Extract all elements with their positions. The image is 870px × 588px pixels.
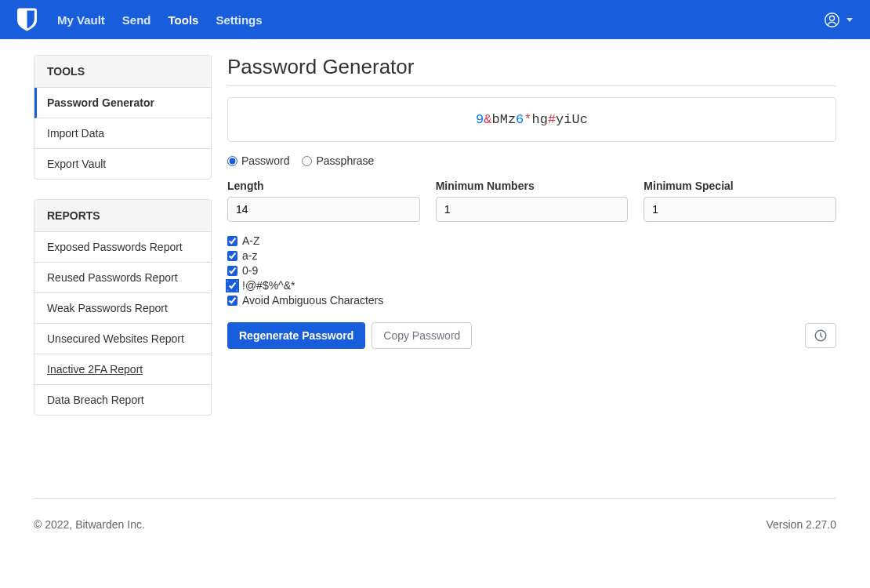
footer-copyright: © 2022, Bitwarden Inc. xyxy=(34,518,145,531)
footer-version: Version 2.27.0 xyxy=(766,518,836,531)
min-special-label: Minimum Special xyxy=(643,180,836,192)
password-type-radio[interactable]: Password xyxy=(227,154,289,167)
password-char: # xyxy=(548,112,556,127)
password-char: h xyxy=(532,112,540,127)
passphrase-radio-label: Passphrase xyxy=(316,154,374,167)
check-ambiguous-label: Avoid Ambiguous Characters xyxy=(242,294,383,307)
sidebar-item-unsecured-websites-report[interactable]: Unsecured Websites Report xyxy=(34,324,211,354)
sidebar-reports-group: REPORTS Exposed Passwords ReportReused P… xyxy=(34,199,212,416)
sidebar-tools-group: TOOLS Password GeneratorImport DataExpor… xyxy=(34,55,212,180)
length-label: Length xyxy=(227,180,420,192)
nav-link-settings[interactable]: Settings xyxy=(216,13,262,27)
generated-password-display: 9&bMz6*hg#yiUc xyxy=(227,97,836,142)
sidebar-item-reused-passwords-report[interactable]: Reused Passwords Report xyxy=(34,263,211,293)
check-special-label: !@#$%^&* xyxy=(242,279,295,292)
navbar: My VaultSendToolsSettings xyxy=(0,0,870,39)
length-field: Length xyxy=(227,180,420,222)
buttons-row: Regenerate Password Copy Password xyxy=(227,322,836,349)
page-title: Password Generator xyxy=(227,55,836,86)
check-lower-label: a-z xyxy=(242,249,257,262)
sidebar-item-inactive-2fa-report[interactable]: Inactive 2FA Report xyxy=(34,354,211,385)
check-upper-input[interactable] xyxy=(227,236,237,246)
check-upper-label: A-Z xyxy=(242,234,260,247)
password-char: & xyxy=(484,112,491,127)
password-char: c xyxy=(580,112,588,127)
password-radio-input[interactable] xyxy=(227,156,237,166)
container: TOOLS Password GeneratorImport DataExpor… xyxy=(0,39,870,451)
user-circle-icon xyxy=(824,12,840,28)
sidebar: TOOLS Password GeneratorImport DataExpor… xyxy=(34,55,212,435)
length-input[interactable] xyxy=(227,197,420,222)
bitwarden-logo-icon[interactable] xyxy=(17,8,37,31)
password-char: * xyxy=(524,112,531,127)
check-lower[interactable]: a-z xyxy=(227,249,836,262)
sidebar-item-password-generator[interactable]: Password Generator xyxy=(34,88,211,118)
password-char: 9 xyxy=(476,112,484,127)
passphrase-radio-input[interactable] xyxy=(302,156,312,166)
password-char: U xyxy=(572,112,580,127)
sidebar-item-exposed-passwords-report[interactable]: Exposed Passwords Report xyxy=(34,232,211,263)
min-numbers-label: Minimum Numbers xyxy=(436,180,629,192)
sidebar-item-data-breach-report[interactable]: Data Breach Report xyxy=(34,385,211,415)
copy-password-button[interactable]: Copy Password xyxy=(372,322,472,349)
password-char: M xyxy=(500,112,508,127)
password-char: g xyxy=(540,112,548,127)
sidebar-item-export-vault[interactable]: Export Vault xyxy=(34,149,211,179)
check-ambiguous[interactable]: Avoid Ambiguous Characters xyxy=(227,294,836,307)
min-special-input[interactable] xyxy=(643,197,836,222)
check-numbers-label: 0-9 xyxy=(242,264,258,277)
chevron-down-icon xyxy=(846,18,853,22)
password-char: i xyxy=(564,112,571,127)
check-numbers[interactable]: 0-9 xyxy=(227,264,836,277)
sidebar-tools-header: TOOLS xyxy=(34,56,211,88)
min-special-field: Minimum Special xyxy=(643,180,836,222)
check-lower-input[interactable] xyxy=(227,251,237,261)
password-char: y xyxy=(556,112,564,127)
password-char: 6 xyxy=(516,112,524,127)
nav-link-send[interactable]: Send xyxy=(122,13,151,27)
check-special-input[interactable] xyxy=(227,281,237,291)
footer: © 2022, Bitwarden Inc. Version 2.27.0 xyxy=(34,498,836,550)
type-radio-group: Password Passphrase xyxy=(227,154,836,167)
password-radio-label: Password xyxy=(241,154,289,167)
nav-links: My VaultSendToolsSettings xyxy=(57,13,263,27)
navbar-left: My VaultSendToolsSettings xyxy=(17,8,263,31)
fields-row: Length Minimum Numbers Minimum Special xyxy=(227,180,836,222)
min-numbers-field: Minimum Numbers xyxy=(436,180,629,222)
sidebar-item-weak-passwords-report[interactable]: Weak Passwords Report xyxy=(34,293,211,324)
sidebar-reports-header: REPORTS xyxy=(34,200,211,232)
min-numbers-input[interactable] xyxy=(436,197,629,222)
nav-link-tools[interactable]: Tools xyxy=(169,13,199,27)
clock-icon xyxy=(814,328,828,343)
check-ambiguous-input[interactable] xyxy=(227,296,237,306)
options-checklist: A-Za-z0-9!@#$%^&*Avoid Ambiguous Charact… xyxy=(227,234,836,307)
regenerate-button[interactable]: Regenerate Password xyxy=(227,322,365,349)
passphrase-type-radio[interactable]: Passphrase xyxy=(302,154,374,167)
check-upper[interactable]: A-Z xyxy=(227,234,836,247)
password-char: z xyxy=(508,112,516,127)
sidebar-item-import-data[interactable]: Import Data xyxy=(34,118,211,149)
nav-link-my-vault[interactable]: My Vault xyxy=(57,13,105,27)
history-button[interactable] xyxy=(805,323,836,348)
check-special[interactable]: !@#$%^&* xyxy=(227,279,836,292)
svg-point-1 xyxy=(829,16,834,20)
check-numbers-input[interactable] xyxy=(227,266,237,276)
password-char: b xyxy=(491,112,499,127)
main-content: Password Generator 9&bMz6*hg#yiUc Passwo… xyxy=(227,55,836,435)
user-menu[interactable] xyxy=(824,12,853,28)
